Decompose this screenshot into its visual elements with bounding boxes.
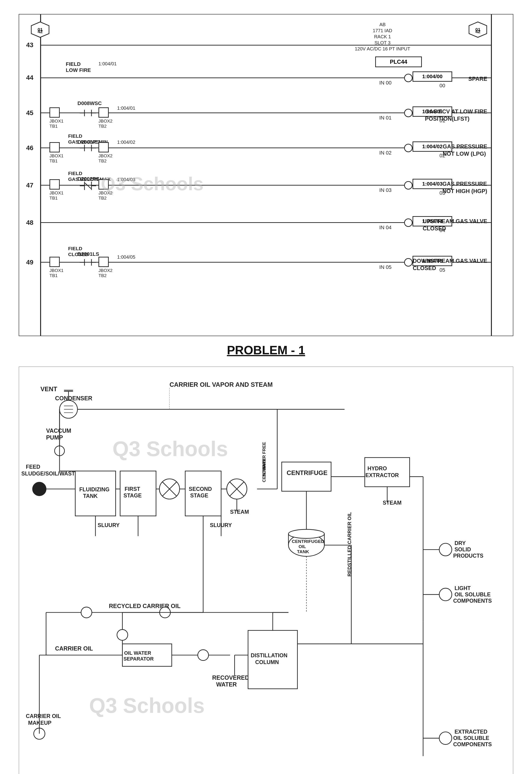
coil-48 (404, 218, 413, 227)
hex-node-top-left: 01 42 (31, 21, 49, 38)
addr-line-46: 1:004/02 (117, 140, 135, 145)
svg-text:STAGE: STAGE (123, 493, 142, 499)
rung-label-44: 44 (26, 74, 33, 81)
d2001ls-label: D2001LS (77, 251, 99, 257)
svg-text:EXTRACTOR: EXTRACTOR (365, 472, 399, 478)
svg-text:FLUIDIZING: FLUIDIZING (79, 487, 109, 493)
svg-text:OIL WATER: OIL WATER (124, 650, 151, 656)
svg-text:RECYCLED CARRIER OIL: RECYCLED CARRIER OIL (109, 603, 181, 609)
svg-text:EXTRACTED: EXTRACTED (455, 729, 487, 735)
addr-line-49: 1:004/05 (117, 254, 135, 260)
svg-text:DRY: DRY (455, 540, 466, 546)
svg-text:CENTRATE: CENTRATE (262, 458, 266, 482)
svg-point-114 (198, 650, 209, 661)
rung-label-45: 45 (26, 109, 33, 117)
svg-text:CONDENSER: CONDENSER (55, 395, 92, 402)
svg-text:OIL SOLUBLE: OIL SOLUBLE (453, 735, 489, 741)
addr-line-47: 1:004/03 (117, 177, 135, 182)
jbox1-49: JBOX1 TB1 (49, 257, 63, 278)
desc-45: GAS FCV AT LOW FIREPOSITION(LFST) (425, 108, 487, 122)
field-low-fire-label: FIELDLOW FIRE (66, 61, 91, 73)
svg-point-137 (117, 630, 128, 640)
in05-label: IN 05 (379, 264, 392, 270)
svg-text:LIGHT: LIGHT (455, 585, 471, 591)
svg-text:TANK: TANK (297, 549, 309, 554)
svg-text:SEPARATOR: SEPARATOR (123, 656, 154, 662)
addr-line-44: 1:004/01 (98, 61, 117, 66)
process-diagram: Q3 Schools Q3 Schools VENT CONDENSER CA (19, 366, 513, 774)
problem-title: PROBLEM - 1 (19, 343, 513, 357)
vent-label: VENT (40, 386, 57, 393)
plc-addr-44: 1:004/00 (413, 71, 452, 82)
jbox2-47: JBOX2 TB2 (98, 179, 112, 201)
hex-node-top-right: 01 42 (469, 21, 487, 38)
svg-text:CARRIER OIL: CARRIER OIL (55, 645, 93, 652)
jbox2-49: JBOX2 TB2 (98, 257, 112, 278)
right-power-rail (491, 14, 492, 336)
coil-49 (404, 258, 413, 266)
svg-text:CARRIER OIL VAPOR AND STEAM: CARRIER OIL VAPOR AND STEAM (169, 381, 273, 388)
rung-label-49: 49 (26, 259, 33, 266)
ladder-watermark: Q3 Schools (101, 173, 203, 195)
in01-label: IN 01 (379, 115, 392, 121)
svg-point-37 (33, 482, 46, 496)
svg-text:SLUURY: SLUURY (98, 522, 120, 528)
ab-module-label: AB 1771 IAD RACK 1 SLOT 3 120V AC/DC 16 … (355, 21, 410, 52)
svg-rect-19 (19, 374, 513, 774)
svg-point-84 (288, 529, 324, 538)
contact-45 (80, 109, 96, 118)
svg-text:CARRIER OIL: CARRIER OIL (26, 713, 61, 719)
svg-line-14 (85, 183, 91, 189)
svg-text:CENTRIFUGED: CENTRIFUGED (292, 539, 324, 544)
rung-43 (41, 45, 491, 45)
svg-text:COMPONENTS: COMPONENTS (453, 741, 492, 747)
rung-label-47: 47 (26, 182, 33, 189)
svg-text:VACCUM: VACCUM (46, 428, 71, 434)
jbox1-46: JBOX1 TB1 (49, 142, 63, 164)
desc-49: DOWNSTREAM GAS VALVECLOSED (413, 257, 487, 272)
rung-label-43: 43 (26, 41, 33, 49)
jbox2-45: JBOX2 TB2 (98, 107, 112, 129)
desc-47: GAS PRESSURENOT HIGH (HGP) (442, 180, 487, 195)
desc-48: UPSTREAM GAS VALVECLOSED (423, 217, 487, 232)
svg-text:STEAM: STEAM (230, 509, 249, 515)
contact-46 (80, 144, 96, 153)
svg-text:COMPONENTS: COMPONENTS (453, 598, 492, 604)
jbox1-45: JBOX1 TB1 (49, 107, 63, 129)
rung-label-48: 48 (26, 219, 33, 226)
d008wsc-label: D008WSC (77, 100, 102, 106)
bit-44: 00 (440, 83, 445, 89)
svg-point-106 (81, 607, 92, 618)
svg-text:SECOND: SECOND (189, 486, 212, 492)
in02-label: IN 02 (379, 150, 392, 156)
svg-text:MAKEUP: MAKEUP (28, 720, 51, 726)
svg-text:SLUDGE/SOIL/WASTE: SLUDGE/SOIL/WASTE (21, 471, 79, 477)
contact-49 (80, 258, 96, 267)
in03-label: IN 03 (379, 187, 392, 193)
svg-text:DISTILLATION: DISTILLATION (251, 652, 287, 659)
svg-text:PUMP: PUMP (46, 434, 63, 441)
desc-44: SPARE (468, 75, 487, 82)
coil-44 (404, 74, 413, 82)
jbox1-47: JBOX1 TB1 (49, 179, 63, 201)
coil-45 (404, 109, 413, 117)
svg-text:COLUMN: COLUMN (255, 659, 279, 665)
svg-text:FIRST: FIRST (125, 486, 140, 492)
svg-point-129 (439, 732, 452, 745)
svg-text:STAGE: STAGE (190, 493, 208, 499)
left-power-rail (40, 14, 41, 336)
contact-47-nc (80, 181, 96, 192)
svg-point-93 (439, 543, 452, 556)
jbox2-46: JBOX2 TB2 (98, 142, 112, 164)
addr-line-45-top: 1:004/01 (117, 105, 135, 111)
in04-label: IN 04 (379, 224, 392, 231)
svg-text:TANK: TANK (83, 493, 98, 499)
coil-47 (404, 181, 413, 189)
svg-text:WATER: WATER (216, 681, 237, 688)
in00-label: IN 00 (379, 80, 392, 86)
svg-text:FEED: FEED (26, 464, 40, 470)
svg-text:CENTRIFUGE: CENTRIFUGE (287, 470, 327, 477)
coil-46 (404, 144, 413, 152)
svg-text:SOLID: SOLID (455, 547, 471, 553)
plc-header: PLC44 (375, 56, 422, 67)
